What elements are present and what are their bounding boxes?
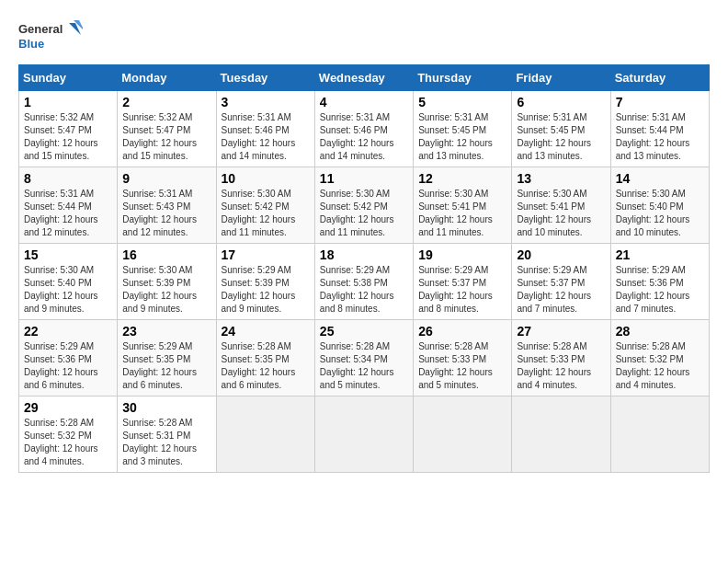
calendar-cell: 16Sunrise: 5:30 AM Sunset: 5:39 PM Dayli…	[118, 244, 216, 320]
day-number: 17	[222, 247, 310, 262]
calendar-cell: 15Sunrise: 5:30 AM Sunset: 5:40 PM Dayli…	[19, 244, 118, 320]
day-number: 4	[320, 95, 408, 109]
day-number: 2	[122, 95, 210, 109]
day-number: 25	[320, 324, 408, 339]
day-number: 7	[616, 95, 704, 109]
calendar-cell: 17Sunrise: 5:29 AM Sunset: 5:39 PM Dayli…	[216, 244, 314, 320]
day-number: 29	[24, 400, 112, 415]
day-info: Sunrise: 5:28 AM Sunset: 5:31 PM Dayligh…	[122, 417, 210, 468]
day-of-week-tuesday: Tuesday	[216, 65, 314, 91]
day-info: Sunrise: 5:29 AM Sunset: 5:37 PM Dayligh…	[418, 264, 506, 316]
week-row-3: 15Sunrise: 5:30 AM Sunset: 5:40 PM Dayli…	[19, 244, 710, 320]
day-number: 16	[122, 247, 210, 262]
calendar-cell: 6Sunrise: 5:31 AM Sunset: 5:45 PM Daylig…	[512, 91, 610, 167]
day-of-week-sunday: Sunday	[19, 65, 118, 91]
day-info: Sunrise: 5:30 AM Sunset: 5:42 PM Dayligh…	[320, 188, 408, 239]
day-info: Sunrise: 5:31 AM Sunset: 5:45 PM Dayligh…	[517, 111, 605, 163]
calendar-cell: 12Sunrise: 5:30 AM Sunset: 5:41 PM Dayli…	[414, 167, 512, 244]
day-info: Sunrise: 5:32 AM Sunset: 5:47 PM Dayligh…	[24, 111, 112, 163]
day-number: 10	[222, 171, 310, 186]
day-number: 20	[517, 247, 605, 262]
calendar-cell: 27Sunrise: 5:28 AM Sunset: 5:33 PM Dayli…	[512, 320, 610, 396]
header: General Blue	[18, 18, 710, 55]
day-number: 28	[616, 324, 704, 339]
day-number: 21	[616, 247, 704, 262]
calendar-cell: 29Sunrise: 5:28 AM Sunset: 5:32 PM Dayli…	[19, 396, 118, 473]
day-number: 11	[320, 171, 408, 186]
day-of-week-monday: Monday	[118, 65, 216, 91]
day-info: Sunrise: 5:31 AM Sunset: 5:44 PM Dayligh…	[616, 111, 704, 163]
calendar-cell: 28Sunrise: 5:28 AM Sunset: 5:32 PM Dayli…	[610, 320, 709, 396]
day-info: Sunrise: 5:28 AM Sunset: 5:33 PM Dayligh…	[418, 340, 506, 392]
calendar-cell: 19Sunrise: 5:29 AM Sunset: 5:37 PM Dayli…	[414, 244, 512, 320]
day-number: 22	[24, 324, 112, 339]
calendar-cell: 1Sunrise: 5:32 AM Sunset: 5:47 PM Daylig…	[19, 91, 118, 167]
calendar-cell: 23Sunrise: 5:29 AM Sunset: 5:35 PM Dayli…	[118, 320, 216, 396]
day-info: Sunrise: 5:29 AM Sunset: 5:38 PM Dayligh…	[320, 264, 408, 316]
calendar-table: SundayMondayTuesdayWednesdayThursdayFrid…	[18, 64, 710, 473]
day-info: Sunrise: 5:28 AM Sunset: 5:32 PM Dayligh…	[616, 340, 704, 392]
day-number: 30	[122, 400, 210, 415]
calendar-cell: 30Sunrise: 5:28 AM Sunset: 5:31 PM Dayli…	[118, 396, 216, 473]
calendar-cell: 7Sunrise: 5:31 AM Sunset: 5:44 PM Daylig…	[610, 91, 709, 167]
day-number: 23	[122, 324, 210, 339]
calendar-cell: 10Sunrise: 5:30 AM Sunset: 5:42 PM Dayli…	[216, 167, 314, 244]
day-info: Sunrise: 5:30 AM Sunset: 5:40 PM Dayligh…	[616, 188, 704, 239]
day-info: Sunrise: 5:30 AM Sunset: 5:39 PM Dayligh…	[122, 264, 210, 316]
day-number: 3	[222, 95, 310, 109]
calendar-cell: 18Sunrise: 5:29 AM Sunset: 5:38 PM Dayli…	[314, 244, 413, 320]
logo-svg: General Blue	[18, 18, 83, 55]
calendar-cell	[512, 396, 610, 473]
day-info: Sunrise: 5:30 AM Sunset: 5:41 PM Dayligh…	[517, 188, 605, 239]
day-number: 1	[24, 95, 112, 109]
day-number: 12	[418, 171, 506, 186]
day-header-row: SundayMondayTuesdayWednesdayThursdayFrid…	[19, 65, 710, 91]
calendar-cell: 4Sunrise: 5:31 AM Sunset: 5:46 PM Daylig…	[314, 91, 413, 167]
day-info: Sunrise: 5:31 AM Sunset: 5:44 PM Dayligh…	[24, 188, 112, 239]
day-number: 8	[24, 171, 112, 186]
calendar-cell: 9Sunrise: 5:31 AM Sunset: 5:43 PM Daylig…	[118, 167, 216, 244]
week-row-4: 22Sunrise: 5:29 AM Sunset: 5:36 PM Dayli…	[19, 320, 710, 396]
day-info: Sunrise: 5:31 AM Sunset: 5:46 PM Dayligh…	[320, 111, 408, 163]
svg-text:General: General	[18, 22, 63, 36]
day-info: Sunrise: 5:32 AM Sunset: 5:47 PM Dayligh…	[122, 111, 210, 163]
calendar-cell	[216, 396, 314, 473]
svg-text:Blue: Blue	[18, 37, 44, 51]
calendar-cell: 22Sunrise: 5:29 AM Sunset: 5:36 PM Dayli…	[19, 320, 118, 396]
day-info: Sunrise: 5:28 AM Sunset: 5:34 PM Dayligh…	[320, 340, 408, 392]
calendar-cell: 8Sunrise: 5:31 AM Sunset: 5:44 PM Daylig…	[19, 167, 118, 244]
calendar-cell: 21Sunrise: 5:29 AM Sunset: 5:36 PM Dayli…	[610, 244, 709, 320]
logo: General Blue	[18, 18, 83, 55]
day-of-week-thursday: Thursday	[414, 65, 512, 91]
day-info: Sunrise: 5:31 AM Sunset: 5:45 PM Dayligh…	[418, 111, 506, 163]
week-row-5: 29Sunrise: 5:28 AM Sunset: 5:32 PM Dayli…	[19, 396, 710, 473]
calendar-cell: 11Sunrise: 5:30 AM Sunset: 5:42 PM Dayli…	[314, 167, 413, 244]
calendar-cell	[314, 396, 413, 473]
day-of-week-friday: Friday	[512, 65, 610, 91]
day-info: Sunrise: 5:31 AM Sunset: 5:43 PM Dayligh…	[122, 188, 210, 239]
calendar-cell: 20Sunrise: 5:29 AM Sunset: 5:37 PM Dayli…	[512, 244, 610, 320]
day-number: 27	[517, 324, 605, 339]
day-number: 9	[122, 171, 210, 186]
calendar-cell: 5Sunrise: 5:31 AM Sunset: 5:45 PM Daylig…	[414, 91, 512, 167]
calendar-cell	[610, 396, 709, 473]
week-row-2: 8Sunrise: 5:31 AM Sunset: 5:44 PM Daylig…	[19, 167, 710, 244]
day-info: Sunrise: 5:28 AM Sunset: 5:33 PM Dayligh…	[517, 340, 605, 392]
day-info: Sunrise: 5:29 AM Sunset: 5:39 PM Dayligh…	[222, 264, 310, 316]
day-info: Sunrise: 5:28 AM Sunset: 5:32 PM Dayligh…	[24, 417, 112, 468]
day-info: Sunrise: 5:30 AM Sunset: 5:40 PM Dayligh…	[24, 264, 112, 316]
day-info: Sunrise: 5:31 AM Sunset: 5:46 PM Dayligh…	[222, 111, 310, 163]
day-number: 18	[320, 247, 408, 262]
day-info: Sunrise: 5:28 AM Sunset: 5:35 PM Dayligh…	[222, 340, 310, 392]
calendar-body: 1Sunrise: 5:32 AM Sunset: 5:47 PM Daylig…	[19, 91, 710, 473]
day-number: 5	[418, 95, 506, 109]
calendar-cell: 24Sunrise: 5:28 AM Sunset: 5:35 PM Dayli…	[216, 320, 314, 396]
day-number: 24	[222, 324, 310, 339]
day-number: 14	[616, 171, 704, 186]
day-info: Sunrise: 5:29 AM Sunset: 5:36 PM Dayligh…	[24, 340, 112, 392]
calendar-cell: 14Sunrise: 5:30 AM Sunset: 5:40 PM Dayli…	[610, 167, 709, 244]
day-info: Sunrise: 5:29 AM Sunset: 5:37 PM Dayligh…	[517, 264, 605, 316]
calendar-cell: 26Sunrise: 5:28 AM Sunset: 5:33 PM Dayli…	[414, 320, 512, 396]
calendar-cell: 3Sunrise: 5:31 AM Sunset: 5:46 PM Daylig…	[216, 91, 314, 167]
calendar-cell: 25Sunrise: 5:28 AM Sunset: 5:34 PM Dayli…	[314, 320, 413, 396]
